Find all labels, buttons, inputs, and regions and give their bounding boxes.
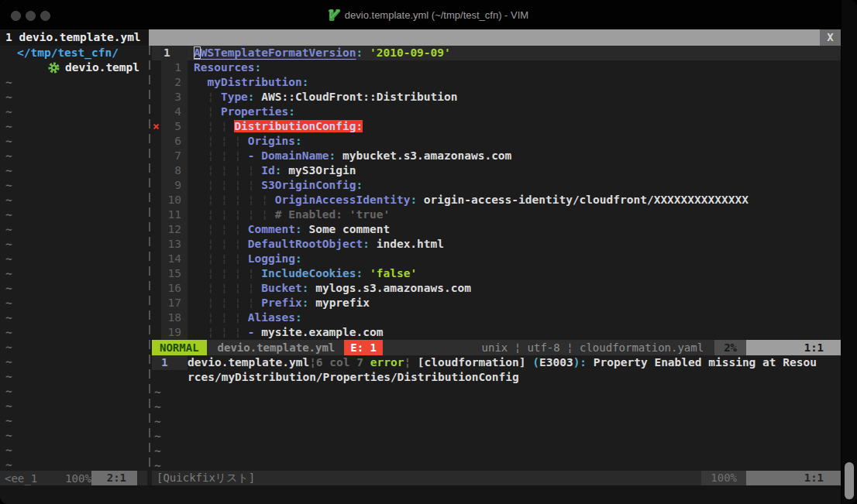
sidebar-root-dir[interactable]: </tmp/test_cfn/: [0, 46, 147, 60]
code-token: ¦: [194, 105, 221, 118]
editor-line[interactable]: 6 ¦ ¦ ¦ Origins:: [152, 134, 841, 149]
empty-line-tilde: ~: [0, 75, 147, 90]
code-token: ¦ ¦ ¦: [194, 135, 248, 147]
editor-line[interactable]: 4 ¦ Properties:: [152, 105, 841, 119]
code-token: ¦ ¦ ¦: [194, 252, 248, 265]
code-token: :: [356, 179, 363, 191]
empty-line-tilde: ~: [0, 193, 147, 207]
empty-line-tilde: ~: [0, 399, 147, 413]
window-title: devio.template.yml (~/tmp/test_cfn) - VI…: [345, 9, 528, 21]
line-number: 8: [161, 163, 188, 178]
line-number: 17: [161, 296, 188, 310]
code-token: ¦ ¦ ¦ ¦ ¦: [194, 208, 275, 221]
empty-line-tilde: ~: [152, 399, 841, 414]
editor-line[interactable]: 14 ¦ ¦ ¦ Logging:: [152, 252, 841, 266]
sidebar-file-label: devio.templ: [65, 60, 139, 75]
quickfix-entry[interactable]: 1devio.template.yml¦6 col 7 error¦ [clou…: [152, 355, 841, 370]
code-token: :: [288, 105, 295, 118]
code-token: Logging: [248, 252, 295, 265]
code-token: A: [194, 46, 201, 59]
sidebar-file-item[interactable]: devio.templ: [0, 60, 147, 75]
empty-line-tilde: ~: [0, 119, 147, 134]
command-line[interactable]: [0, 485, 841, 504]
code-line: Resources:: [188, 60, 261, 75]
quickfix-window: 1devio.template.yml¦6 col 7 error¦ [clou…: [152, 355, 841, 471]
empty-line-tilde: ~: [0, 252, 147, 266]
code-token: Id: [261, 164, 274, 177]
line-number: 10: [161, 193, 188, 207]
sign-column: [152, 163, 161, 178]
editor-line[interactable]: 1Resources:: [152, 60, 841, 75]
editor-line[interactable]: 11 ¦ ¦ ¦ ¦ ¦ # Enabled: 'true': [152, 207, 841, 222]
tab-current[interactable]: 1 devio.template.yml: [0, 29, 149, 46]
editor-line[interactable]: ×5 ¦ ¦ DistributionConfig:: [152, 119, 841, 134]
tab-close-icon[interactable]: X: [820, 29, 841, 46]
code-token: 'false': [370, 267, 417, 279]
code-line: ¦ ¦ ¦ - mysite.example.com: [188, 325, 383, 340]
line-number: 13: [161, 237, 188, 252]
editor-line[interactable]: 3 ¦ Type: AWS::CloudFront::Distribution: [152, 90, 841, 105]
editor-line[interactable]: 19 ¦ ¦ ¦ - mysite.example.com: [152, 325, 841, 340]
code-token: AWS::CloudFront::Distribution: [255, 91, 458, 103]
line-number: 7: [161, 149, 188, 163]
line-number: 6: [161, 134, 188, 149]
sidebar-empty-lines: ~~~~~~~~~~~~~~~~~~~~~~~~~~~: [0, 75, 147, 471]
line-number: 11: [161, 207, 188, 222]
code-token: ¦6 col 7: [309, 356, 370, 369]
code-token: ¦ ¦ ¦ ¦ ¦: [194, 194, 275, 206]
empty-line-tilde: ~: [152, 385, 841, 399]
sign-column: [152, 222, 161, 237]
code-token: ¦ ¦ ¦: [194, 149, 248, 162]
sign-column: [152, 296, 161, 310]
line-number: 2: [161, 75, 188, 90]
editor-line[interactable]: 15 ¦ ¦ ¦ ¦ IncludeCookies: 'false': [152, 266, 841, 281]
code-line: ¦ ¦ ¦ Origins:: [188, 134, 302, 149]
line-number: 16: [161, 281, 188, 296]
empty-line-tilde: ~: [152, 429, 841, 444]
editor-line[interactable]: 10 ¦ ¦ ¦ ¦ ¦ OriginAccessIdentity: origi…: [152, 193, 841, 207]
sidebar-position: 2:1: [91, 471, 137, 485]
editor-line[interactable]: 18 ¦ ¦ ¦ Aliases:: [152, 310, 841, 325]
quickfix-entry[interactable]: rces/myDistribution/Properties/Distribut…: [152, 370, 841, 385]
sign-column: [152, 178, 161, 193]
code-token: DistributionConfig:: [234, 120, 363, 132]
empty-line-tilde: ~: [0, 413, 147, 428]
empty-line-tilde: ~: [0, 428, 147, 443]
code-token: Prefix: [261, 297, 301, 309]
code-token: :: [302, 76, 309, 88]
editor-line[interactable]: 17 ¦ ¦ ¦ ¦ Prefix: myprefix: [152, 296, 841, 310]
empty-line-tilde: ~: [0, 90, 147, 105]
editor-line[interactable]: 12 ¦ ¦ ¦ Comment: Some comment: [152, 222, 841, 237]
scrollbar-thumb[interactable]: [845, 462, 854, 499]
editor-line[interactable]: 16 ¦ ¦ ¦ ¦ Bucket: mylogs.s3.amazonaws.c…: [152, 281, 841, 296]
code-token: Properties: [221, 105, 288, 118]
code-token: myprefix: [308, 297, 370, 309]
window-split-separator[interactable]: [149, 46, 150, 471]
code-token: Type: [221, 91, 248, 103]
editor-line[interactable]: 13 ¦ ¦ ¦ DefaultRootObject: index.html: [152, 237, 841, 252]
code-token: :: [363, 238, 370, 250]
quickfix-title: [Quickfixリスト]: [157, 471, 255, 485]
code-line: ¦ ¦ DistributionConfig:: [188, 119, 363, 134]
code-token: ¦ ¦ ¦: [194, 238, 248, 250]
code-token: Bucket: [261, 282, 301, 294]
line-number: 15: [161, 266, 188, 281]
code-token: [363, 267, 370, 279]
sign-column: [152, 237, 161, 252]
editor-line[interactable]: 1AWSTemplateFormatVersion: '2010-09-09': [152, 46, 841, 60]
code-token: :: [248, 91, 255, 103]
editor-line[interactable]: 9 ¦ ¦ ¦ ¦ S3OriginConfig:: [152, 178, 841, 193]
empty-line-tilde: ~: [0, 207, 147, 222]
sign-column: [152, 75, 161, 90]
code-token: ¦ ¦ ¦: [194, 326, 248, 338]
statusline-main: NORMAL devio.template.yml E: 1 unix ¦ ut…: [152, 340, 841, 355]
code-token: S3OriginConfig: [261, 179, 356, 191]
editor-line[interactable]: 2 myDistribution:: [152, 75, 841, 90]
code-line: ¦ ¦ ¦ ¦ Id: myS3Origin: [188, 163, 356, 178]
error-sign-icon: ×: [152, 119, 161, 134]
editor-line[interactable]: 7 ¦ ¦ ¦ - DomainName: mybucket.s3.amazon…: [152, 149, 841, 163]
empty-line-tilde: ~: [0, 458, 147, 471]
editor-buffer: 1AWSTemplateFormatVersion: '2010-09-09' …: [152, 46, 841, 340]
editor-line[interactable]: 8 ¦ ¦ ¦ ¦ Id: myS3Origin: [152, 163, 841, 178]
code-token: [cloudformation]: [411, 356, 532, 369]
